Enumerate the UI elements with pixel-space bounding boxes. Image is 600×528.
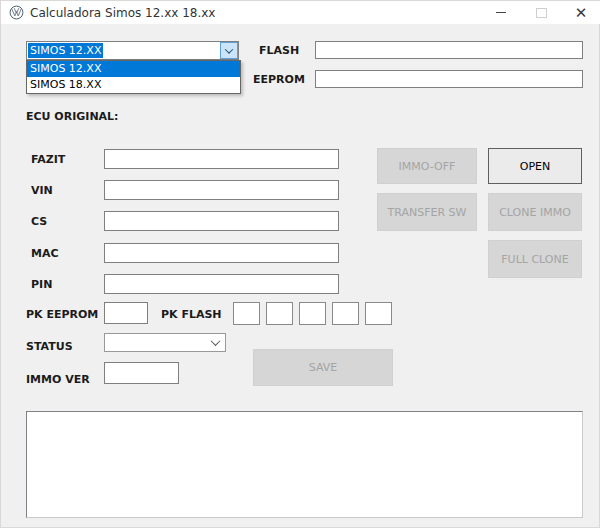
immo-off-button[interactable]: IMMO-OFF (377, 148, 477, 184)
pk-flash-box-2[interactable] (266, 302, 293, 325)
pk-flash-box-3[interactable] (299, 302, 326, 325)
window-title: Calculadora Simos 12.xx 18.xx (30, 6, 215, 20)
fazit-input[interactable] (104, 149, 339, 169)
cs-input[interactable] (104, 211, 339, 231)
window-controls: ✕ (481, 1, 600, 24)
fazit-label: FAZIT (31, 153, 65, 166)
vin-input[interactable] (104, 180, 339, 200)
titlebar: Calculadora Simos 12.xx 18.xx ✕ (1, 1, 600, 24)
log-output-area[interactable] (26, 411, 583, 518)
close-button[interactable]: ✕ (561, 1, 600, 24)
pin-label: PIN (31, 278, 52, 291)
maximize-button[interactable] (521, 1, 561, 24)
flash-label: FLASH (259, 44, 299, 57)
full-clone-button[interactable]: FULL CLONE (488, 240, 582, 278)
model-combobox[interactable]: SIMOS 12.XX (26, 41, 239, 60)
pk-flash-box-5[interactable] (365, 302, 392, 325)
save-button[interactable]: SAVE (253, 349, 393, 386)
chevron-down-icon (211, 336, 221, 346)
clone-immo-button[interactable]: CLONE IMMO (488, 193, 582, 231)
pk-flash-label: PK FLASH (161, 308, 222, 321)
model-option-simos-18[interactable]: SIMOS 18.XX (27, 77, 240, 93)
flash-input[interactable] (315, 41, 583, 59)
model-combobox-dropdown-button[interactable] (220, 42, 238, 59)
mac-input[interactable] (104, 243, 339, 263)
ecu-original-heading: ECU ORIGINAL: (26, 110, 119, 123)
pin-input[interactable] (104, 274, 339, 294)
eeprom-input[interactable] (315, 70, 583, 88)
immo-ver-label: IMMO VER (26, 373, 90, 386)
mac-label: MAC (31, 247, 59, 260)
model-combobox-list: SIMOS 12.XX SIMOS 18.XX (26, 60, 241, 94)
transfer-sw-button[interactable]: TRANSFER SW (377, 193, 477, 231)
pk-eeprom-label: PK EEPROM (26, 308, 98, 321)
vw-logo-icon (9, 5, 24, 20)
status-select[interactable] (104, 333, 226, 352)
model-combobox-value: SIMOS 12.XX (27, 42, 220, 59)
chevron-down-icon (225, 45, 233, 53)
status-label: STATUS (26, 340, 73, 353)
pk-flash-box-1[interactable] (233, 302, 260, 325)
pk-eeprom-input[interactable] (104, 302, 148, 324)
cs-label: CS (31, 215, 47, 228)
immo-ver-input[interactable] (104, 362, 179, 384)
model-option-simos-12[interactable]: SIMOS 12.XX (27, 61, 240, 77)
open-button[interactable]: OPEN (488, 148, 582, 184)
pk-flash-box-4[interactable] (332, 302, 359, 325)
app-window: Calculadora Simos 12.xx 18.xx ✕ SIMOS 12… (0, 0, 600, 528)
eeprom-label: EEPROM (253, 73, 305, 86)
minimize-button[interactable] (481, 1, 521, 24)
vin-label: VIN (31, 184, 53, 197)
